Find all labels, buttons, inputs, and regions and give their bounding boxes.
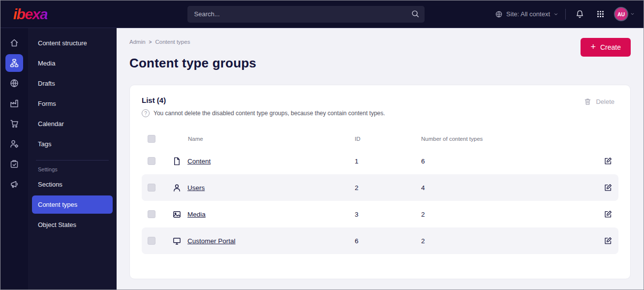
icon-rail	[0, 28, 28, 290]
sidebar-item-label: Tags	[38, 140, 51, 148]
table-row: Users 2 4	[142, 174, 618, 201]
content-type-groups-table: Name ID Number of content types	[142, 130, 618, 254]
search-icon[interactable]	[411, 9, 420, 18]
user-menu[interactable]: AU	[614, 7, 635, 21]
breadcrumb-admin[interactable]: Admin	[129, 39, 146, 45]
sidebar-item-object-states[interactable]: Object States	[32, 216, 113, 234]
topbar-right: Site: All context AU	[495, 7, 644, 21]
sidebar-item-label: Media	[38, 60, 55, 67]
row-checkbox	[148, 237, 155, 245]
product-catalog-icon[interactable]	[5, 95, 23, 112]
sidebar-item-content-types[interactable]: Content types	[32, 195, 113, 214]
select-all-checkbox	[148, 135, 155, 143]
row-checkbox	[148, 210, 155, 218]
globe-icon	[495, 10, 503, 18]
topbar-center	[117, 6, 495, 23]
breadcrumb-current: Content types	[155, 39, 190, 45]
sidebar-item-sections[interactable]: Sections	[32, 175, 113, 193]
sidebar-item-calendar[interactable]: Calendar	[32, 115, 113, 133]
customer-portal-monitor-icon	[172, 236, 182, 246]
home-icon[interactable]	[5, 34, 23, 52]
marketing-megaphone-icon[interactable]	[5, 175, 23, 193]
group-count: 2	[421, 237, 591, 245]
sidebar-item-tags[interactable]: Tags	[32, 135, 113, 153]
media-image-icon	[172, 210, 182, 219]
delete-button-label: Delete	[596, 98, 614, 105]
group-id: 3	[355, 211, 421, 218]
group-count: 6	[421, 158, 591, 165]
admin-user-gear-icon[interactable]	[5, 135, 23, 153]
list-info-text: You cannot delete the disabled content t…	[153, 110, 385, 117]
create-button[interactable]: + Create	[581, 38, 631, 57]
breadcrumb: Admin > Content types	[129, 39, 631, 45]
activity-check-icon[interactable]	[5, 155, 23, 173]
sidebar-item-label: Drafts	[38, 80, 55, 87]
sidebar-item-forms[interactable]: Forms	[32, 95, 113, 113]
list-info: ? You cannot delete the disabled content…	[142, 109, 618, 117]
logo-area: ibexa	[0, 7, 117, 22]
app-window: ibexa Site: All context	[0, 0, 644, 290]
column-header-count: Number of content types	[421, 136, 591, 142]
site-context-label: Site: All context	[506, 10, 550, 18]
topbar: ibexa Site: All context	[0, 0, 644, 28]
table-row: Media 3 2	[142, 201, 618, 227]
sidebar: Content structure Media Drafts Forms Cal…	[28, 28, 117, 290]
table-header: Name ID Number of content types	[142, 130, 618, 148]
sidebar-item-label: Object States	[38, 221, 76, 228]
app-switcher-grid-icon[interactable]	[593, 7, 607, 21]
site-context-selector[interactable]: Site: All context	[495, 10, 558, 18]
sidebar-item-drafts[interactable]: Drafts	[32, 74, 113, 93]
edit-button[interactable]	[604, 210, 613, 219]
notifications-bell-icon[interactable]	[573, 7, 586, 21]
content-structure-icon[interactable]	[5, 54, 23, 72]
commerce-cart-icon[interactable]	[5, 115, 23, 132]
search-input[interactable]	[187, 6, 425, 23]
group-link[interactable]: Customer Portal	[187, 237, 236, 245]
edit-button[interactable]	[604, 183, 613, 192]
row-checkbox	[148, 157, 155, 165]
sidebar-item-label: Sections	[38, 181, 62, 188]
column-header-id: ID	[355, 136, 421, 142]
topbar-divider	[565, 9, 566, 20]
content-file-icon	[172, 157, 182, 166]
sidebar-item-content-structure[interactable]: Content structure	[32, 34, 113, 52]
edit-button[interactable]	[604, 236, 613, 245]
list-title: List (4)	[142, 96, 618, 104]
group-link[interactable]: Users	[187, 184, 205, 192]
sidebar-item-label: Content types	[38, 201, 77, 208]
site-search-icon[interactable]	[5, 74, 23, 92]
group-link[interactable]: Media	[187, 211, 206, 218]
delete-button: Delete	[581, 97, 617, 106]
group-count: 4	[421, 184, 591, 192]
chevron-down-icon	[630, 12, 635, 16]
create-button-label: Create	[600, 43, 621, 51]
plus-icon: +	[590, 42, 596, 51]
content-type-groups-card: List (4) ? You cannot delete the disable…	[129, 85, 631, 279]
breadcrumb-separator: >	[149, 39, 152, 45]
main-content: Admin > Content types + Create Content t…	[117, 28, 644, 290]
avatar: AU	[614, 7, 628, 21]
ibexa-logo[interactable]: ibexa	[13, 7, 47, 22]
sidebar-item-label: Content structure	[38, 39, 87, 47]
group-link[interactable]: Content	[187, 158, 211, 165]
group-id: 1	[355, 158, 421, 165]
group-id: 6	[355, 237, 421, 245]
group-count: 2	[421, 211, 591, 218]
group-id: 2	[355, 184, 421, 192]
column-header-name: Name	[172, 136, 355, 142]
trash-icon	[583, 97, 592, 106]
sidebar-item-label: Calendar	[38, 120, 64, 128]
table-row: Customer Portal 6 2	[142, 227, 618, 254]
table-row: Content 1 6	[142, 148, 618, 174]
users-icon	[172, 183, 182, 193]
page-title: Content type groups	[129, 56, 631, 71]
edit-button[interactable]	[604, 157, 613, 165]
row-checkbox	[148, 184, 155, 192]
chevron-down-icon	[553, 12, 558, 17]
global-search	[187, 6, 425, 23]
help-icon: ?	[142, 109, 150, 117]
sidebar-item-label: Forms	[38, 100, 56, 107]
sidebar-section-settings: Settings	[28, 161, 117, 174]
sidebar-item-media[interactable]: Media	[32, 54, 113, 72]
